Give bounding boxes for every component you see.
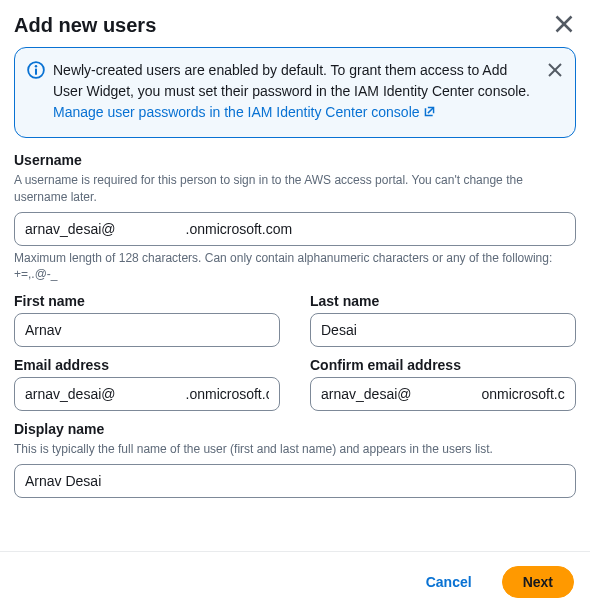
modal-title: Add new users <box>14 14 156 37</box>
display-name-desc: This is typically the full name of the u… <box>14 441 576 458</box>
svg-line-5 <box>427 107 433 113</box>
email-input[interactable] <box>14 377 280 411</box>
first-name-group: First name <box>14 293 280 347</box>
next-button[interactable]: Next <box>502 566 574 598</box>
email-label: Email address <box>14 357 280 373</box>
username-help: Maximum length of 128 characters. Can on… <box>14 250 576 284</box>
username-desc: A username is required for this person t… <box>14 172 576 206</box>
first-name-label: First name <box>14 293 280 309</box>
modal-footer: Cancel Next <box>0 551 590 612</box>
confirm-email-input[interactable] <box>310 377 576 411</box>
email-group: Email address <box>14 357 280 411</box>
modal-header: Add new users <box>0 0 590 47</box>
username-group: Username A username is required for this… <box>14 152 576 283</box>
last-name-group: Last name <box>310 293 576 347</box>
info-alert: Newly-created users are enabled by defau… <box>14 47 576 138</box>
confirm-email-label: Confirm email address <box>310 357 576 373</box>
username-label: Username <box>14 152 576 168</box>
last-name-input[interactable] <box>310 313 576 347</box>
svg-rect-4 <box>35 69 37 75</box>
alert-text: Newly-created users are enabled by defau… <box>53 60 539 123</box>
email-row: Email address Confirm email address <box>14 357 576 421</box>
close-icon[interactable] <box>554 14 574 34</box>
info-icon <box>27 61 45 79</box>
cancel-button[interactable]: Cancel <box>406 566 492 598</box>
display-name-group: Display name This is typically the full … <box>14 421 576 498</box>
alert-close-icon[interactable] <box>547 62 563 78</box>
last-name-label: Last name <box>310 293 576 309</box>
name-row: First name Last name <box>14 293 576 357</box>
modal-content: Newly-created users are enabled by defau… <box>0 47 590 551</box>
first-name-input[interactable] <box>14 313 280 347</box>
username-input[interactable] <box>14 212 576 246</box>
alert-body: Newly-created users are enabled by defau… <box>53 62 530 99</box>
confirm-email-group: Confirm email address <box>310 357 576 411</box>
svg-point-3 <box>35 65 37 67</box>
display-name-label: Display name <box>14 421 576 437</box>
display-name-input[interactable] <box>14 464 576 498</box>
external-link-icon <box>423 105 436 118</box>
alert-link[interactable]: Manage user passwords in the IAM Identit… <box>53 104 436 120</box>
